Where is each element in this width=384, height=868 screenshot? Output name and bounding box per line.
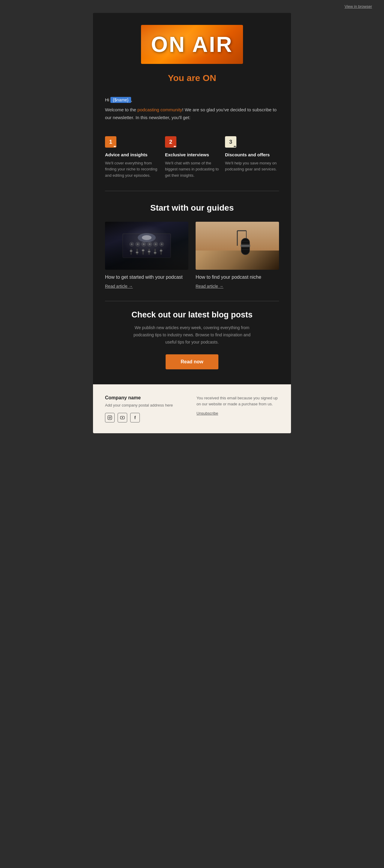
hi-line: Hi {$name},: [105, 96, 279, 103]
blog-description: We publish new articles every week, cove…: [129, 324, 255, 346]
intro-text: Welcome to the podcasting community! We …: [105, 106, 279, 121]
svg-point-6: [137, 243, 138, 245]
svg-marker-41: [122, 417, 123, 418]
svg-point-3: [130, 242, 134, 246]
svg-rect-20: [160, 249, 162, 255]
on-air-banner: ON AIR: [141, 25, 243, 64]
unsubscribe-link[interactable]: Unsubscribe: [196, 411, 218, 415]
svg-point-1: [138, 233, 156, 242]
svg-point-8: [143, 243, 145, 245]
footer-right: You received this email because you sign…: [196, 395, 279, 423]
blog-title: Check out our latest blog posts: [105, 310, 279, 319]
pencil-icon-3: ✏: [234, 145, 237, 149]
view-in-browser-link[interactable]: View in browser: [344, 4, 372, 9]
feature-desc-3: We'll help you save money on podcasting …: [225, 160, 279, 173]
guide-item-1: How to get started with your podcast Rea…: [105, 222, 188, 289]
community-link[interactable]: podcasting community: [137, 107, 182, 112]
features-section: 1 ✏ Advice and insights We'll cover ever…: [93, 130, 291, 188]
email-container: ON AIR You are ON Hi {$name}, Welcome to…: [93, 13, 291, 433]
guide-title-1: How to get started with your podcast: [105, 274, 188, 281]
svg-rect-37: [108, 416, 111, 420]
on-air-text: ON AIR: [151, 32, 233, 57]
headline: You are ON: [105, 73, 279, 83]
svg-point-4: [131, 243, 133, 245]
svg-rect-18: [149, 249, 150, 255]
svg-rect-24: [148, 251, 150, 252]
svg-point-39: [111, 416, 111, 417]
svg-point-13: [160, 242, 164, 246]
svg-point-11: [154, 242, 158, 246]
guides-title: Start with our guides: [105, 203, 279, 213]
svg-point-2: [142, 235, 152, 240]
name-badge: {$name}: [110, 97, 131, 103]
pencil-icon-2: ✏: [174, 145, 177, 149]
intro-section: Hi {$name}, Welcome to the podcasting co…: [93, 96, 291, 130]
read-now-button[interactable]: Read now: [166, 354, 218, 369]
svg-rect-16: [136, 249, 138, 255]
divider-1: [105, 191, 279, 191]
svg-point-12: [155, 243, 157, 245]
guide-title-2: How to find your podcast niche: [196, 274, 279, 281]
feature-number-1: 1 ✏: [105, 136, 117, 148]
welcome-text: Welcome to the: [105, 107, 137, 112]
feature-title-2: Exclusive interviews: [165, 152, 219, 158]
email-notice: You received this email because you sign…: [196, 395, 279, 408]
svg-point-5: [136, 242, 140, 246]
svg-rect-21: [130, 250, 132, 252]
svg-rect-23: [142, 250, 144, 251]
svg-point-10: [149, 243, 151, 245]
feature-item-3: 3 ✏ Discounts and offers We'll help you …: [225, 136, 279, 179]
svg-rect-22: [136, 252, 138, 253]
guide-link-1[interactable]: Read article: [105, 284, 133, 289]
recording-board-svg: [117, 229, 177, 262]
feature-number-2: 2 ✏: [165, 136, 177, 148]
feature-desc-2: We'll chat with some of the biggest name…: [165, 160, 219, 179]
svg-rect-36: [241, 245, 250, 247]
headline-text: You are: [168, 73, 202, 83]
feature-title-3: Discounts and offers: [225, 152, 279, 158]
feature-title-1: Advice and insights: [105, 152, 159, 158]
view-in-browser-bar: View in browser: [0, 0, 384, 13]
header-section: ON AIR You are ON: [93, 13, 291, 96]
guides-section: Start with our guides: [93, 194, 291, 298]
divider-2: [105, 301, 279, 301]
company-name: Company name: [105, 395, 188, 401]
footer-section: Company name Add your company postal add…: [93, 384, 291, 434]
svg-rect-15: [130, 249, 132, 255]
guide-link-2[interactable]: Read article: [196, 284, 224, 289]
svg-point-14: [161, 243, 163, 245]
svg-point-38: [109, 417, 110, 418]
youtube-icon[interactable]: [118, 413, 127, 423]
feature-item-2: 2 ✏ Exclusive interviews We'll chat with…: [165, 136, 219, 179]
blog-section: Check out our latest blog posts We publi…: [93, 304, 291, 384]
footer-left: Company name Add your company postal add…: [105, 395, 188, 423]
feature-number-3: 3 ✏: [225, 136, 236, 148]
social-icons: f: [105, 413, 188, 423]
guide-image-1: [105, 222, 188, 270]
svg-point-7: [141, 242, 146, 246]
svg-rect-17: [142, 249, 144, 255]
svg-point-9: [148, 242, 152, 246]
guides-grid: How to get started with your podcast Rea…: [105, 222, 279, 289]
company-address: Add your company postal address here: [105, 402, 188, 408]
headline-accent: ON: [203, 73, 216, 83]
feature-desc-1: We'll cover everything from finding your…: [105, 160, 159, 179]
guide-image-2: [196, 222, 279, 270]
guide-item-2: How to find your podcast niche Read arti…: [196, 222, 279, 289]
feature-item-1: 1 ✏ Advice and insights We'll cover ever…: [105, 136, 159, 179]
svg-rect-19: [155, 249, 156, 255]
facebook-icon[interactable]: f: [130, 413, 140, 423]
svg-rect-0: [123, 234, 171, 258]
svg-rect-25: [154, 252, 156, 253]
pencil-icon-1: ✏: [114, 145, 117, 149]
svg-rect-26: [160, 250, 162, 251]
microphone-svg: [224, 228, 251, 267]
instagram-icon[interactable]: [105, 413, 115, 423]
hi-label: Hi: [105, 97, 109, 102]
